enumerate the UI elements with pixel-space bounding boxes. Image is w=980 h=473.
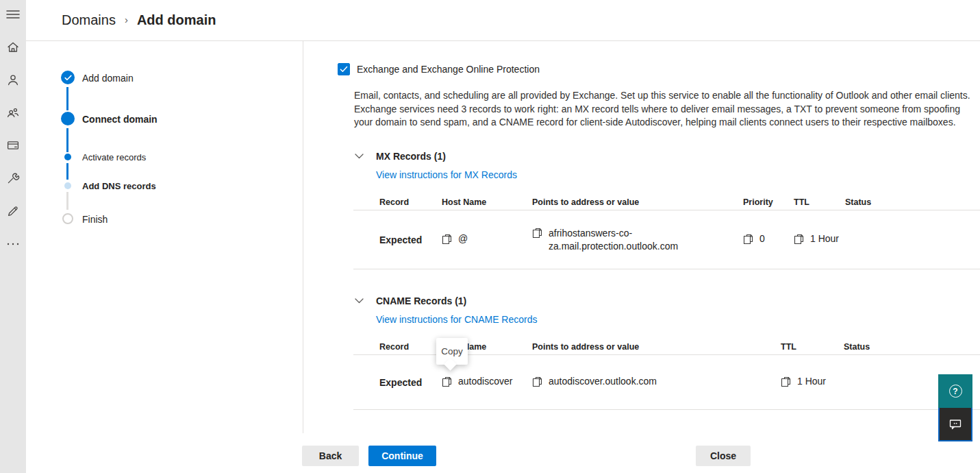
user-icon[interactable] [0, 66, 26, 94]
feedback-button[interactable] [938, 408, 972, 441]
mx-section-header: MX Records (1) [354, 151, 446, 162]
host-name-value: autodiscover [458, 376, 512, 387]
column-header: Record [379, 197, 442, 207]
copy-icon[interactable] [781, 376, 792, 389]
record-status-cell: Expected [379, 377, 442, 388]
main-content: Exchange and Exchange Online Protection … [303, 41, 980, 433]
step-add-domain-completed-icon [61, 71, 75, 84]
column-header: TTL [781, 342, 844, 352]
page-title: Add domain [137, 12, 216, 28]
step-finish-icon [62, 213, 73, 224]
substep-activate-records-label: Activate records [82, 152, 146, 162]
step-finish-label: Finish [82, 214, 108, 225]
host-name-value: @ [458, 233, 468, 244]
copy-icon[interactable] [442, 376, 453, 389]
ttl-value: 1 Hour [810, 233, 839, 244]
copy-icon[interactable] [532, 228, 543, 241]
chevron-down-icon[interactable] [354, 151, 364, 161]
substep-add-dns-records-label: Add DNS records [82, 181, 156, 191]
mx-instructions-link[interactable]: View instructions for MX Records [376, 169, 517, 180]
copy-tooltip: Copy [436, 338, 468, 365]
host-name-cell: autodiscover [442, 376, 532, 389]
mx-table-row: Expected @ afrihostanswers-co-za.mail.pr… [353, 210, 980, 269]
breadcrumb: Domains › Add domain [26, 0, 980, 41]
column-header: TTL [794, 197, 845, 207]
points-to-cell: autodiscover.outlook.com [532, 376, 781, 389]
step-connector [66, 192, 68, 210]
points-to-cell: afrihostanswers-co-za.mail.protection.ou… [532, 227, 743, 253]
pencil-icon[interactable] [0, 197, 26, 225]
chevron-down-icon[interactable] [354, 296, 364, 306]
ellipsis-icon[interactable] [0, 230, 26, 258]
menu-icon[interactable] [0, 1, 26, 28]
home-icon[interactable] [0, 34, 26, 61]
breadcrumb-domains-link[interactable]: Domains [62, 12, 116, 28]
feedback-bubble-icon [948, 418, 962, 430]
back-button[interactable]: Back [302, 446, 359, 466]
assist-rail: ? [938, 374, 972, 441]
ttl-cell: 1 Hour [794, 233, 845, 247]
cname-section-header: CNAME Records (1) [354, 295, 466, 306]
exchange-description: Email, contacts, and scheduling are all … [354, 89, 975, 130]
wrench-icon[interactable] [0, 165, 26, 192]
substep-add-dns-records-dot [64, 182, 71, 189]
host-name-cell: @ [442, 233, 532, 247]
column-header: Status [844, 342, 980, 352]
exchange-service-row: Exchange and Exchange Online Protection [338, 63, 540, 75]
column-header: Points to address or value [532, 342, 781, 352]
step-connect-domain-current-icon [61, 112, 75, 125]
step-connect-domain-label: Connect domain [82, 114, 158, 125]
chevron-right-icon: › [125, 14, 128, 25]
exchange-checkbox[interactable] [338, 63, 350, 75]
copy-icon[interactable] [532, 376, 543, 389]
mx-section-title: MX Records (1) [376, 151, 446, 162]
close-button[interactable]: Close [696, 446, 751, 466]
copy-icon[interactable] [794, 234, 805, 247]
mx-records-table: Record Host Name Points to address or va… [353, 194, 980, 269]
priority-cell: 0 [743, 233, 794, 247]
points-to-value: autodiscover.outlook.com [549, 376, 657, 387]
column-header: Status [845, 197, 980, 207]
step-add-domain-label: Add domain [82, 73, 134, 84]
wizard-steps-panel: Add domain Connect domain Activate recor… [26, 41, 303, 433]
cname-instructions-link[interactable]: View instructions for CNAME Records [376, 314, 537, 325]
copy-icon[interactable] [743, 234, 754, 247]
ttl-cell: 1 Hour [781, 376, 844, 389]
step-connector [66, 128, 68, 152]
exchange-checkbox-label: Exchange and Exchange Online Protection [357, 64, 540, 75]
question-mark-icon: ? [949, 385, 962, 398]
step-connector [66, 87, 68, 110]
priority-value: 0 [759, 233, 765, 244]
continue-button[interactable]: Continue [368, 446, 436, 466]
points-to-value: afrihostanswers-co-za.mail.protection.ou… [549, 227, 698, 253]
ttl-value: 1 Hour [797, 376, 826, 387]
app-nav-rail [0, 0, 26, 473]
step-connector [66, 163, 68, 180]
mx-table-header-row: Record Host Name Points to address or va… [353, 194, 980, 210]
column-header: Host Name [442, 197, 532, 207]
users-icon[interactable] [0, 99, 26, 127]
billing-card-icon[interactable] [0, 132, 26, 159]
column-header: Points to address or value [532, 197, 743, 207]
substep-activate-records-dot [64, 154, 71, 160]
cname-section-title: CNAME Records (1) [376, 295, 466, 306]
copy-icon[interactable] [442, 234, 453, 247]
record-status-cell: Expected [379, 234, 442, 245]
column-header: Priority [743, 197, 794, 207]
help-button[interactable]: ? [938, 374, 972, 408]
column-header: Record [379, 342, 442, 352]
add-domain-wizard-page: Domains › Add domain Add domain Connect … [0, 0, 980, 473]
